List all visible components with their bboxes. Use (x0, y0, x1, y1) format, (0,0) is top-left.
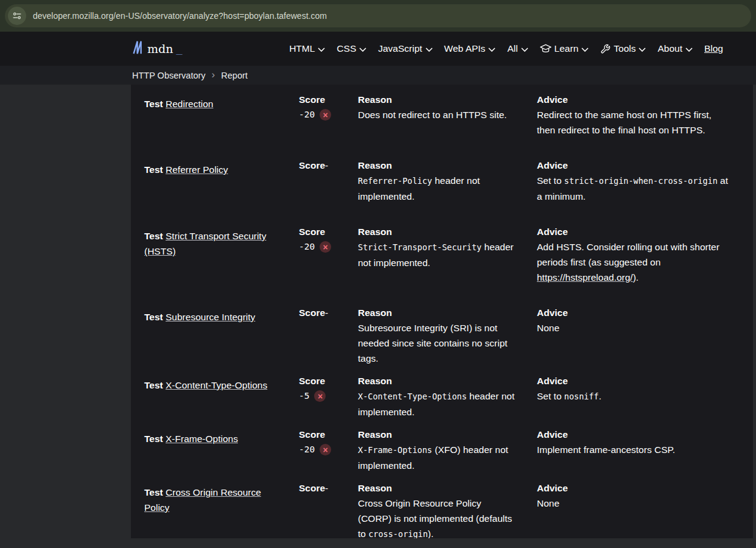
advice-cell: Advice None (537, 480, 741, 538)
test-label: Test (144, 312, 166, 322)
test-cell: Test Redirection (144, 92, 299, 150)
fail-x-icon: × (314, 390, 326, 402)
reason-text: X-Content-Type-Options header not implem… (358, 388, 515, 420)
nav-item-label: JavaScript (378, 43, 422, 54)
test-label: Test (144, 380, 166, 390)
nav-item-label: Blog (704, 43, 723, 54)
nav-item-label: Tools (614, 43, 635, 54)
advice-cell: Advice Add HSTS. Consider rolling out wi… (537, 224, 741, 298)
table-row: Test X-Content-Type-Options Score -5 × R… (131, 366, 753, 420)
chevron-down-icon (685, 47, 693, 52)
score-number: -20 (299, 107, 315, 122)
score-empty-dash: - (325, 483, 328, 493)
reason-label: Reason (358, 224, 515, 239)
test-cell: Test Referrer Policy (144, 158, 299, 217)
score-label: Score (299, 376, 325, 386)
url-text: developer.mozilla.org/en-US/observatory/… (33, 11, 327, 21)
test-link[interactable]: Subresource Integrity (166, 312, 255, 322)
advice-label: Advice (537, 480, 732, 496)
nav-item-about[interactable]: About (657, 43, 693, 54)
reason-label: Reason (358, 305, 515, 320)
chevron-down-icon (581, 47, 589, 52)
nav-item-label: CSS (337, 43, 356, 54)
score-value: -20 × (299, 239, 358, 255)
reason-label: Reason (358, 158, 515, 173)
table-row: Test Cross Origin Resource Policy Score-… (131, 473, 753, 538)
advice-cell: Advice Set to strict-origin-when-cross-o… (537, 158, 741, 217)
score-label: Score (299, 307, 325, 318)
reason-text: X-Frame-Options (XFO) header not impleme… (358, 442, 515, 473)
advice-text: Redirect to the same host on HTTPS first… (537, 107, 732, 138)
score-label: Score (299, 483, 325, 493)
reason-cell: Reason X-Frame-Options (XFO) header not … (358, 427, 537, 473)
test-label: Test (144, 99, 166, 109)
address-bar[interactable]: developer.mozilla.org/en-US/observatory/… (5, 4, 751, 27)
reason-label: Reason (358, 373, 515, 388)
nav-item-learn[interactable]: Learn (540, 43, 589, 54)
advice-cell: Advice Set to nosniff. (537, 373, 741, 420)
breadcrumb-report: Report (221, 71, 248, 80)
chevron-down-icon (488, 47, 495, 52)
breadcrumb: HTTP Observatory › Report (0, 66, 756, 85)
nav-item-label: About (657, 43, 682, 54)
test-link[interactable]: Redirection (166, 99, 213, 109)
reason-text: Strict-Transport-Security header not imp… (358, 239, 515, 270)
score-label: Score (299, 227, 325, 237)
test-cell: Test Strict Transport Security (HSTS) (144, 224, 299, 298)
fail-x-icon: × (320, 109, 331, 121)
score-value: -20 × (299, 107, 358, 122)
advice-cell: Advice Redirect to the same host on HTTP… (537, 92, 741, 150)
test-cell: Test Subresource Integrity (144, 305, 299, 366)
score-value: -5 × (299, 388, 358, 404)
reason-cell: Reason Strict-Transport-Security header … (358, 224, 537, 298)
score-cell: Score- (299, 305, 358, 366)
mdn-logo-text: mdn (147, 43, 173, 55)
observatory-report-table: Test Redirection Score -20 × Reason Does… (131, 85, 753, 538)
table-row: Test Referrer Policy Score- Reason Refer… (131, 150, 753, 217)
score-cell: Score- (299, 480, 358, 538)
main-menu: HTMLCSSJavaScriptWeb APIsAllLearnToolsAb… (289, 43, 723, 54)
nav-item-web-apis[interactable]: Web APIs (444, 43, 496, 54)
nav-item-all[interactable]: All (507, 43, 528, 54)
test-cell: Test Cross Origin Resource Policy (144, 480, 299, 538)
nav-item-css[interactable]: CSS (337, 43, 366, 54)
test-link[interactable]: X-Content-Type-Options (166, 380, 267, 390)
advice-label: Advice (537, 158, 732, 173)
score-cell: Score -5 × (299, 373, 358, 420)
reason-text: Cross Origin Resource Policy (CORP) is n… (358, 496, 515, 538)
reason-label: Reason (358, 427, 515, 442)
advice-text: Implement frame-ancestors CSP. (537, 442, 732, 457)
advice-label: Advice (537, 305, 732, 320)
chevron-down-icon (639, 47, 646, 52)
score-label: Score (299, 160, 325, 170)
mdn-logo[interactable]: mdn _ (132, 40, 182, 57)
wrench-icon (600, 44, 611, 54)
mdn-m-icon (132, 40, 144, 57)
advice-label: Advice (537, 427, 732, 442)
score-cell: Score -20 × (299, 224, 358, 298)
test-link[interactable]: X-Frame-Options (166, 434, 238, 444)
score-cell: Score -20 × (299, 92, 358, 150)
reason-text: Referrer-Policy header not implemented. (358, 173, 515, 204)
reason-label: Reason (358, 480, 515, 496)
nav-item-html[interactable]: HTML (289, 43, 325, 54)
score-empty-dash: - (325, 160, 328, 170)
nav-item-javascript[interactable]: JavaScript (378, 43, 432, 54)
advice-link[interactable]: https://hstspreload.org/ (537, 272, 633, 283)
site-settings-icon[interactable] (8, 7, 26, 25)
breadcrumb-http-observatory[interactable]: HTTP Observatory (132, 71, 206, 80)
graduation-cap-icon (540, 44, 551, 54)
score-value: -20 × (299, 442, 358, 457)
test-link[interactable]: Referrer Policy (166, 164, 228, 175)
nav-item-blog[interactable]: Blog (704, 43, 723, 54)
test-label: Test (144, 487, 166, 497)
score-empty-dash: - (325, 307, 328, 318)
nav-item-tools[interactable]: Tools (600, 43, 646, 54)
score-number: -20 (299, 442, 315, 457)
reason-label: Reason (358, 92, 515, 107)
mdn-navbar: mdn _ HTMLCSSJavaScriptWeb APIsAllLearnT… (0, 32, 756, 66)
reason-text: Does not redirect to an HTTPS site. (358, 107, 515, 122)
fail-x-icon: × (320, 241, 331, 253)
test-cell: Test X-Frame-Options (144, 427, 299, 473)
advice-text: None (537, 320, 732, 335)
